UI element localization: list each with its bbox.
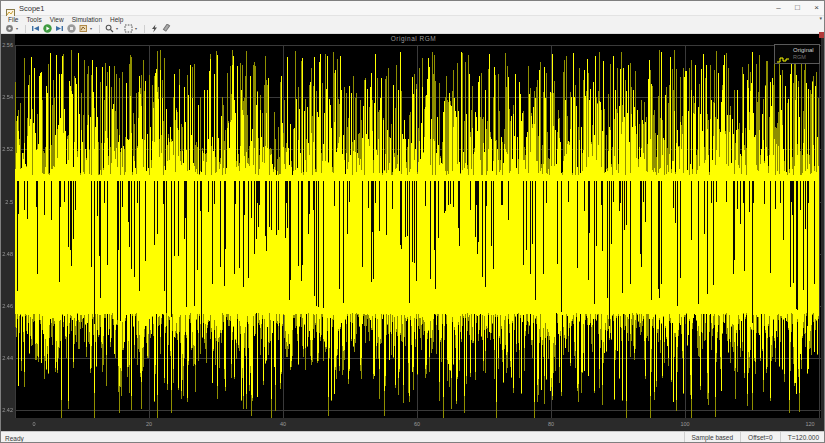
right-strip xyxy=(821,34,825,418)
status-time: T=120.000 xyxy=(780,432,825,443)
signal-plot-canvas[interactable] xyxy=(15,45,821,418)
window-title: Scope1 xyxy=(19,4,44,13)
step-back-icon[interactable] xyxy=(30,24,40,33)
maximize-button[interactable]: □ xyxy=(788,1,807,16)
titlebar: Scope1 – □ × xyxy=(1,1,825,16)
scale-axes-icon[interactable] xyxy=(123,24,133,33)
simulation-trigger-icon[interactable] xyxy=(78,24,88,33)
x-tick-label: 100 xyxy=(676,421,694,427)
x-tick-label: 20 xyxy=(140,421,158,427)
y-tick-label: 2.52 xyxy=(1,146,14,152)
toolbar: ▾ ▾ ▾ ▾ xyxy=(1,24,825,34)
minimize-button[interactable]: – xyxy=(769,1,788,16)
status-ready: Ready xyxy=(1,435,684,442)
y-tick-label: 2.42 xyxy=(1,407,14,413)
legend-label: Original xyxy=(793,47,814,54)
scope-display: Original RGM 2.562.542.522.52.482.462.44… xyxy=(1,34,825,431)
simulation-trigger-dropdown-icon[interactable]: ▾ xyxy=(90,26,95,31)
run-icon[interactable] xyxy=(42,24,52,33)
legend[interactable]: Original RGM xyxy=(774,44,820,64)
scope-window: Scope1 – □ × File Tools View Simulation … xyxy=(0,0,825,443)
toolbar-separator xyxy=(99,25,100,33)
y-tick-label: 2.56 xyxy=(1,42,14,48)
x-tick-label: 40 xyxy=(274,421,292,427)
status-offset: Offset=0 xyxy=(740,432,780,443)
stop-icon[interactable] xyxy=(66,24,76,33)
trigger-bolt-icon[interactable] xyxy=(149,24,159,33)
y-tick-label: 2.44 xyxy=(1,355,14,361)
menubar: File Tools View Simulation Help xyxy=(1,16,825,24)
step-forward-icon[interactable] xyxy=(54,24,64,33)
toolbar-overflow-icon[interactable]: ▾ xyxy=(819,15,822,21)
x-tick-label: 0 xyxy=(25,421,43,427)
menu-tools[interactable]: Tools xyxy=(22,16,45,24)
zoom-icon[interactable] xyxy=(104,24,114,33)
x-tick-label: 120 xyxy=(801,421,819,427)
scale-axes-dropdown-icon[interactable]: ▾ xyxy=(135,26,140,31)
plot-title: Original RGM xyxy=(1,35,825,42)
plot-area xyxy=(15,45,821,418)
legend-sublabel: RGM xyxy=(793,54,814,61)
y-tick-label: 2.54 xyxy=(1,94,14,100)
statusbar: Ready Sample based Offset=0 T=120.000 xyxy=(1,431,825,443)
y-tick-label: 2.46 xyxy=(1,303,14,309)
record-indicator xyxy=(819,32,824,38)
x-tick-label: 60 xyxy=(408,421,426,427)
menu-help[interactable]: Help xyxy=(106,16,127,24)
y-tick-label: 2.48 xyxy=(1,251,14,257)
y-tick-label: 2.5 xyxy=(1,199,14,205)
scope-app-icon xyxy=(6,4,15,13)
menu-file[interactable]: File xyxy=(4,16,22,24)
toolbar-separator xyxy=(25,25,26,33)
x-tick-label: 80 xyxy=(542,421,560,427)
highlight-icon[interactable] xyxy=(161,24,171,33)
legend-line-icon xyxy=(777,50,790,58)
menu-view[interactable]: View xyxy=(46,16,68,24)
settings-gear-icon[interactable] xyxy=(4,24,14,33)
close-button[interactable]: × xyxy=(807,1,825,16)
settings-dropdown-icon[interactable]: ▾ xyxy=(16,26,21,31)
menu-simulation[interactable]: Simulation xyxy=(68,16,106,24)
zoom-dropdown-icon[interactable]: ▾ xyxy=(116,26,121,31)
toolbar-separator xyxy=(144,25,145,33)
status-sample-mode: Sample based xyxy=(684,432,741,443)
